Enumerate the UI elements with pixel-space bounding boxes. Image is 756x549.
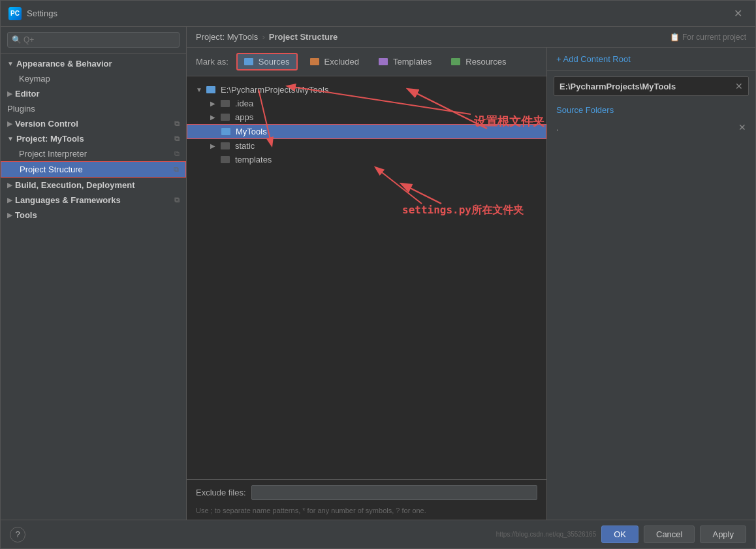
copy-icon: ⧉ (174, 134, 180, 143)
expand-arrow: ▶ (7, 90, 12, 97)
center-panel: Mark as: Sources Excluded Templates (187, 48, 546, 520)
tree-node-name: apps (235, 112, 253, 122)
tree-node-name: static (235, 141, 255, 151)
sidebar-item-project-structure[interactable]: Project Structure ⧉ (1, 161, 186, 178)
source-entry: . ✕ (547, 119, 755, 135)
sidebar-item-label: Build, Execution, Deployment (15, 180, 180, 190)
copy-icon: ⧉ (174, 196, 180, 204)
tree-arrow: ▼ (196, 86, 204, 93)
info-panel: + Add Content Root E:\PycharmProjects\My… (546, 48, 755, 520)
close-button[interactable]: ✕ (729, 5, 748, 22)
app-icon: PC (8, 7, 22, 20)
add-content-root-button[interactable]: + Add Content Root (556, 54, 631, 64)
tree-row-templates[interactable]: ▶ templates (187, 153, 546, 166)
tree-node-name: MyTools (236, 127, 267, 136)
bottom-right: https://blog.csdn.net/qq_35526165 OK Can… (491, 525, 746, 543)
folder-icon-blue (221, 128, 230, 135)
tree-root-path: E:\PycharmProjects\MyTools (221, 85, 328, 95)
sidebar-item-build-execution[interactable]: ▶ Build, Execution, Deployment (1, 178, 186, 193)
expand-arrow: ▶ (7, 181, 12, 189)
search-input[interactable] (7, 32, 180, 48)
excluded-button[interactable]: Excluded (303, 54, 366, 70)
sidebar-item-label: Languages & Frameworks (15, 195, 172, 205)
bottom-left: ? (10, 527, 25, 542)
sidebar-nav: ▼ Appearance & Behavior Keymap ▶ Editor … (1, 54, 186, 520)
tree-arrow: ▶ (210, 114, 218, 121)
exclude-label: Exclude files: (196, 488, 246, 497)
expand-arrow: ▶ (7, 120, 12, 127)
source-folders-label: Source Folders (547, 101, 755, 119)
sidebar-item-label: Tools (15, 210, 180, 220)
apply-button[interactable]: Apply (700, 525, 746, 543)
settings-window: PC Settings ✕ 🔍 ▼ Appearance & Behavior (0, 0, 756, 549)
exclude-section: Exclude files: Use ; to separate name pa… (187, 479, 546, 520)
tree-arrow: ▶ (210, 142, 218, 149)
sidebar-item-label: Project: MyTools (16, 134, 172, 144)
sidebar-item-label: Version Control (15, 119, 172, 129)
sidebar: 🔍 ▼ Appearance & Behavior Keymap ▶ Edito… (1, 27, 187, 520)
copy-icon: ⧉ (174, 119, 180, 128)
right-panel: Project: MyTools › Project Structure 📋Fo… (187, 27, 755, 520)
sidebar-item-appearance[interactable]: ▼ Appearance & Behavior (1, 56, 186, 71)
folder-icon (221, 100, 230, 107)
root-path-text: E:\PycharmProjects\MyTools (559, 82, 676, 91)
breadcrumb-current: Project Structure (269, 32, 338, 42)
folder-icon-templates (379, 58, 388, 65)
root-close-button[interactable]: ✕ (735, 81, 743, 91)
tree-node-name: .idea (235, 99, 253, 108)
sidebar-item-languages-frameworks[interactable]: ▶ Languages & Frameworks ⧉ (1, 193, 186, 208)
folder-icon-sources (244, 58, 253, 65)
folder-icon (206, 86, 215, 93)
tree-row-idea[interactable]: ▶ .idea (187, 97, 546, 110)
exclude-hint: Use ; to separate name patterns, * for a… (187, 505, 546, 520)
add-content-root: + Add Content Root (547, 48, 755, 71)
resources-label: Resources (465, 57, 506, 67)
bottom-bar: ? https://blog.csdn.net/qq_35526165 OK C… (1, 520, 755, 548)
folder-icon-resources (451, 58, 460, 65)
sidebar-item-editor[interactable]: ▶ Editor (1, 86, 186, 101)
panel-body: Mark as: Sources Excluded Templates (187, 48, 755, 520)
sidebar-item-label: Keymap (19, 74, 180, 84)
copy-icon: ⧉ (174, 165, 179, 174)
sidebar-item-keymap[interactable]: Keymap (1, 71, 186, 86)
folder-icon-excluded (310, 58, 319, 65)
resources-button[interactable]: Resources (444, 54, 513, 70)
breadcrumb-sep: › (262, 32, 264, 42)
tree-node-name: templates (235, 155, 272, 165)
sidebar-item-label: Project Structure (20, 165, 171, 174)
expand-arrow: ▶ (7, 212, 12, 219)
sidebar-item-tools[interactable]: ▶ Tools (1, 208, 186, 223)
window-title: Settings (27, 8, 729, 18)
help-button[interactable]: ? (10, 527, 25, 542)
title-bar: PC Settings ✕ (1, 1, 755, 27)
tree-row-apps[interactable]: ▶ apps (187, 110, 546, 124)
expand-arrow: ▶ (7, 196, 12, 204)
expand-arrow: ▼ (7, 60, 14, 67)
templates-button[interactable]: Templates (371, 54, 439, 70)
sources-label: Sources (259, 57, 290, 67)
copy-icon: ⧉ (174, 149, 180, 158)
tree-row-static[interactable]: ▶ static (187, 139, 546, 153)
exclude-input[interactable] (251, 485, 537, 500)
sidebar-item-project-mytools[interactable]: ▼ Project: MyTools ⧉ (1, 131, 186, 146)
file-tree: ▼ E:\PycharmProjects\MyTools ▶ .idea (187, 76, 546, 479)
sidebar-item-version-control[interactable]: ▶ Version Control ⧉ (1, 116, 186, 131)
excluded-label: Excluded (324, 57, 359, 67)
folder-icon (221, 142, 230, 149)
sidebar-item-project-interpreter[interactable]: Project Interpreter ⧉ (1, 146, 186, 161)
search-box: 🔍 (1, 27, 186, 54)
expand-arrow: ▼ (7, 135, 14, 142)
sidebar-item-plugins[interactable]: Plugins (1, 101, 186, 116)
folder-icon (221, 156, 230, 163)
breadcrumb-link[interactable]: 📋For current project (670, 33, 746, 42)
source-remove-button[interactable]: ✕ (738, 122, 746, 133)
sources-button[interactable]: Sources (236, 53, 298, 71)
tree-row-mytools[interactable]: ▶ MyTools (187, 124, 546, 139)
ok-button[interactable]: OK (601, 525, 638, 543)
root-path-box: E:\PycharmProjects\MyTools ✕ (554, 76, 749, 96)
tree-row-root[interactable]: ▼ E:\PycharmProjects\MyTools (187, 83, 546, 97)
cancel-button[interactable]: Cancel (644, 525, 695, 543)
sidebar-item-label: Editor (15, 89, 180, 99)
breadcrumb-project: Project: MyTools (196, 32, 258, 42)
templates-label: Templates (393, 57, 432, 67)
